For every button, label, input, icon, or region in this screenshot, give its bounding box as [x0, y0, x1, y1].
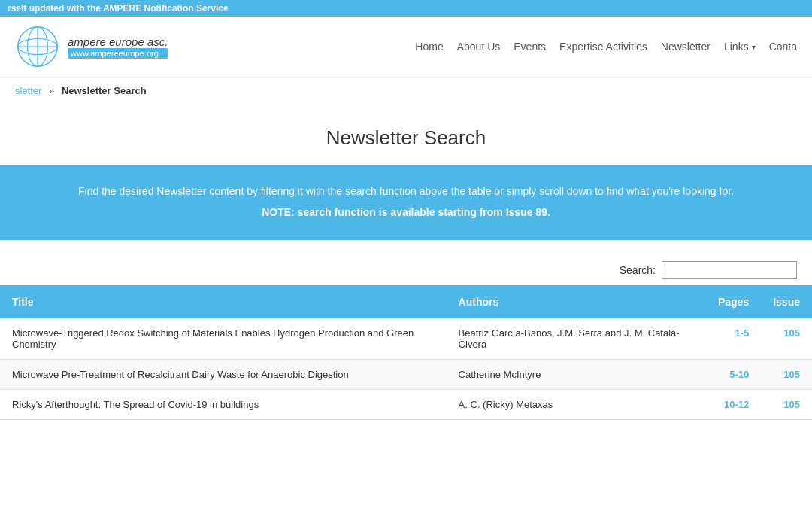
cell-authors: A. C. (Ricky) Metaxas	[447, 389, 706, 419]
logo-text: ampere europe asc. www.ampereeurope.org	[68, 35, 168, 59]
chevron-down-icon: ▾	[752, 43, 756, 51]
col-authors: Authors	[447, 285, 706, 318]
info-banner: Find the desired Newsletter content by f…	[0, 165, 812, 240]
nav-links-dropdown[interactable]: Links ▾	[724, 41, 756, 53]
table-row: Ricky's Afterthought: The Spread of Covi…	[0, 389, 812, 419]
org-name: ampere europe asc.	[68, 35, 168, 48]
cell-authors: Catherine McIntyre	[447, 359, 706, 389]
cell-pages[interactable]: 10-12	[706, 389, 761, 419]
info-line1: Find the desired Newsletter content by f…	[45, 183, 767, 201]
newsletter-table: Title Authors Pages Issue Microwave-Trig…	[0, 285, 812, 420]
table-row: Microwave-Triggered Redox Switching of M…	[0, 318, 812, 360]
breadcrumb-current: Newsletter Search	[62, 85, 147, 96]
cell-title: Ricky's Afterthought: The Spread of Covi…	[0, 389, 447, 419]
nav-about-us[interactable]: About Us	[457, 41, 501, 53]
breadcrumb-separator: »	[49, 85, 54, 96]
breadcrumb: sletter » Newsletter Search	[0, 78, 812, 104]
cell-issue[interactable]: 105	[761, 359, 812, 389]
search-input[interactable]	[662, 261, 797, 279]
nav-newsletter[interactable]: Newsletter	[661, 41, 710, 53]
breadcrumb-parent[interactable]: sletter	[15, 85, 41, 96]
cell-pages[interactable]: 5-10	[706, 359, 761, 389]
info-line2: NOTE: search function is available start…	[45, 204, 767, 222]
nav-home[interactable]: Home	[415, 41, 443, 53]
header: ampere europe asc. www.ampereeurope.org …	[0, 17, 812, 78]
cell-pages[interactable]: 1-5	[706, 318, 761, 360]
nav-contact[interactable]: Conta	[769, 41, 797, 53]
cell-title: Microwave Pre-Treatment of Recalcitrant …	[0, 359, 447, 389]
nav-expertise-activities[interactable]: Expertise Activities	[559, 41, 647, 53]
logo-area: ampere europe asc. www.ampereeurope.org	[15, 24, 168, 69]
col-pages: Pages	[706, 285, 761, 318]
main-nav: Home About Us Events Expertise Activitie…	[415, 41, 797, 53]
col-issue: Issue	[761, 285, 812, 318]
org-url: www.ampereeurope.org	[68, 48, 168, 59]
cell-issue[interactable]: 105	[761, 389, 812, 419]
table-header-row: Title Authors Pages Issue	[0, 285, 812, 318]
globe-icon	[15, 24, 60, 69]
cell-issue[interactable]: 105	[761, 318, 812, 360]
svg-point-5	[18, 27, 58, 67]
notification-text: rself updated with the AMPERE Notificati…	[8, 3, 229, 14]
nav-events[interactable]: Events	[514, 41, 546, 53]
nav-links-label: Links	[724, 41, 749, 53]
cell-title: Microwave-Triggered Redox Switching of M…	[0, 318, 447, 360]
notification-bar: rself updated with the AMPERE Notificati…	[0, 0, 812, 17]
col-title: Title	[0, 285, 447, 318]
page-title: Newsletter Search	[15, 126, 797, 150]
page-title-section: Newsletter Search	[0, 104, 812, 165]
cell-authors: Beatriz García-Baños, J.M. Serra and J. …	[447, 318, 706, 360]
search-area: Search:	[0, 255, 812, 285]
search-label: Search:	[620, 264, 656, 276]
table-row: Microwave Pre-Treatment of Recalcitrant …	[0, 359, 812, 389]
